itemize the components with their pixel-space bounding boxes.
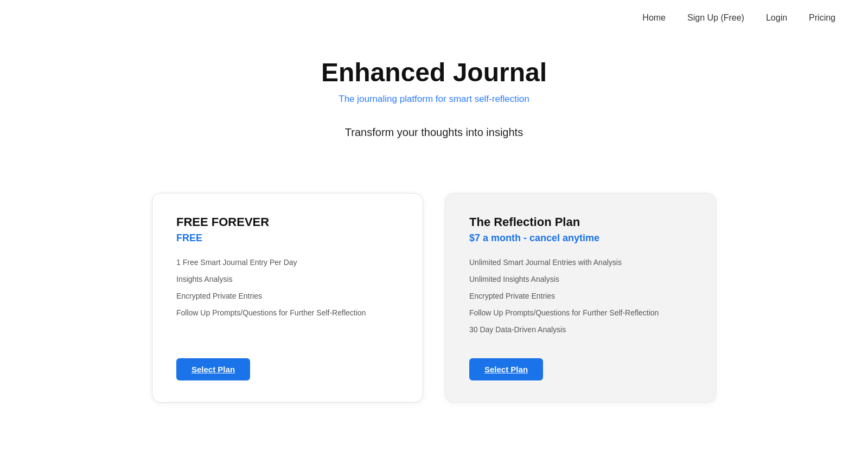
plan-feature-item: Unlimited Smart Journal Entries with Ana…	[469, 257, 692, 268]
hero-title: Enhanced Journal	[11, 57, 857, 87]
plan-feature-item: Encrypted Private Entries	[469, 290, 692, 302]
plan-card-reflection: The Reflection Plan$7 a month - cancel a…	[445, 193, 716, 403]
plan-feature-item: Unlimited Insights Analysis	[469, 274, 692, 285]
plan-features-reflection: Unlimited Smart Journal Entries with Ana…	[469, 257, 692, 341]
plan-price-free: FREE	[176, 233, 399, 244]
plan-features-free: 1 Free Smart Journal Entry Per DayInsigh…	[176, 257, 399, 341]
hero-subtitle-highlight: smart self-reflection	[449, 94, 529, 104]
hero-subtitle: The journaling platform for smart self-r…	[11, 94, 857, 105]
plan-feature-item: 1 Free Smart Journal Entry Per Day	[176, 257, 399, 268]
nav-signup[interactable]: Sign Up (Free)	[687, 13, 744, 23]
hero-tagline: Transform your thoughts into insights	[11, 126, 857, 139]
select-plan-button-free[interactable]: Select Plan	[176, 358, 250, 380]
pricing-section: FREE FOREVERFREE1 Free Smart Journal Ent…	[0, 182, 868, 435]
plan-name-free: FREE FOREVER	[176, 215, 399, 229]
plan-feature-item: Insights Analysis	[176, 274, 399, 285]
plan-feature-item: Follow Up Prompts/Questions for Further …	[176, 307, 399, 319]
navigation: HomeSign Up (Free)LoginPricing	[0, 0, 868, 36]
select-plan-button-reflection[interactable]: Select Plan	[469, 358, 543, 380]
plan-card-free: FREE FOREVERFREE1 Free Smart Journal Ent…	[152, 193, 423, 403]
plan-feature-item: 30 Day Data-Driven Analysis	[469, 324, 692, 335]
plan-price-reflection: $7 a month - cancel anytime	[469, 233, 692, 244]
plan-feature-item: Follow Up Prompts/Questions for Further …	[469, 307, 692, 319]
nav-pricing[interactable]: Pricing	[809, 13, 835, 23]
hero-section: Enhanced Journal The journaling platform…	[0, 36, 868, 182]
plan-name-reflection: The Reflection Plan	[469, 215, 692, 229]
nav-home[interactable]: Home	[642, 13, 666, 23]
nav-login[interactable]: Login	[766, 13, 787, 23]
plan-feature-item: Encrypted Private Entries	[176, 290, 399, 302]
hero-subtitle-plain: The journaling platform for	[339, 94, 449, 104]
